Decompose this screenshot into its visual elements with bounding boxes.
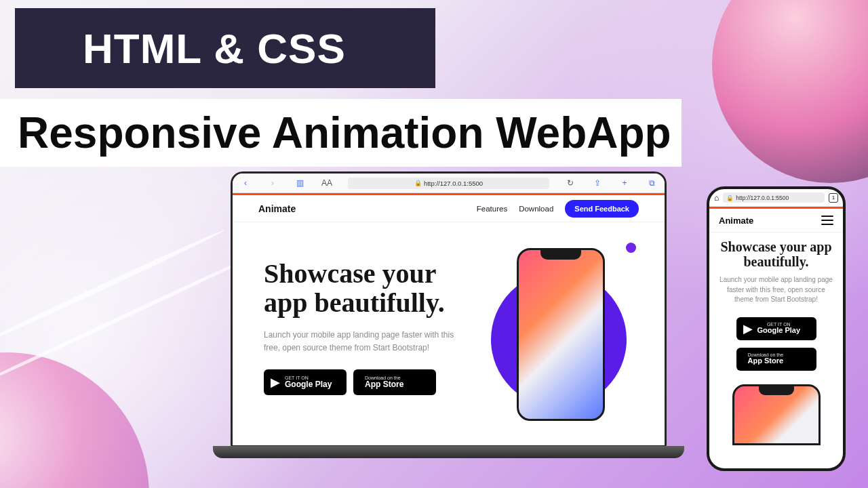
- address-bar[interactable]: 🔒 http://127.0.0.1:5500: [348, 178, 549, 189]
- store-small: GET IT ON: [757, 322, 801, 327]
- mobile-address-bar[interactable]: 🔒 http://127.0.0.1:5500: [723, 192, 825, 203]
- store-name: Google Play: [285, 380, 332, 389]
- mobile-subtext: Launch your mobile app landing page fast…: [719, 275, 833, 305]
- laptop-screen: ‹ › ▥ AA 🔒 http://127.0.0.1:5500 ↻ ⇪ + ⧉…: [231, 171, 667, 447]
- store-small: GET IT ON: [285, 375, 332, 380]
- share-icon[interactable]: ⇪: [591, 178, 604, 188]
- lock-icon: 🔒: [726, 195, 734, 201]
- store-buttons: ▶ GET IT ONGoogle Play Download on theAp…: [264, 369, 464, 395]
- reload-icon[interactable]: ↻: [564, 178, 576, 188]
- reader-icon[interactable]: AA: [321, 178, 333, 188]
- phone-notch: [540, 250, 581, 260]
- poster: HTML & CSS Responsive Animation WebApp ‹…: [0, 0, 868, 488]
- store-small: Download on the: [748, 352, 784, 357]
- laptop-mockup: ‹ › ▥ AA 🔒 http://127.0.0.1:5500 ↻ ⇪ + ⧉…: [231, 171, 667, 463]
- store-name: App Store: [748, 357, 784, 365]
- mobile-url: http://127.0.0.1:5500: [736, 195, 789, 201]
- store-name: Google Play: [757, 327, 801, 335]
- url-text: http://127.0.0.1:5500: [424, 180, 483, 187]
- mobile-browser-bar: ⌂ 🔒 http://127.0.0.1:5500 1: [709, 189, 843, 207]
- title-banner: HTML & CSS: [15, 8, 435, 88]
- send-feedback-button[interactable]: Send Feedback: [565, 200, 639, 218]
- mobile-mockup: ⌂ 🔒 http://127.0.0.1:5500 1 Animate Show…: [707, 186, 846, 471]
- title-text: HTML & CSS: [83, 24, 346, 73]
- sidebar-icon[interactable]: ▥: [294, 178, 306, 188]
- app-store-button[interactable]: Download on theApp Store: [353, 369, 436, 395]
- brand-logo[interactable]: Animate: [719, 216, 753, 226]
- tabs-icon[interactable]: ⧉: [646, 178, 658, 188]
- back-icon[interactable]: ‹: [239, 178, 252, 188]
- site-navbar: Animate Features Download Send Feedback: [233, 193, 665, 222]
- brand-logo[interactable]: Animate: [258, 203, 296, 214]
- accent-dot: [626, 243, 636, 253]
- mobile-navbar: Animate: [709, 207, 843, 232]
- hero-section: Showcase your app beautifully. Launch yo…: [233, 222, 665, 445]
- google-play-button[interactable]: ▶ GET IT ONGoogle Play: [264, 369, 347, 395]
- hero-subtext: Launch your mobile app landing page fast…: [264, 329, 460, 354]
- play-icon: ▶: [743, 321, 753, 336]
- mobile-headline: Showcase your app beautifully.: [719, 239, 833, 269]
- hero-copy: Showcase your app beautifully. Launch yo…: [264, 248, 464, 445]
- nav-features[interactable]: Features: [477, 205, 507, 213]
- mobile-hero: Showcase your app beautifully. Launch yo…: [709, 232, 843, 468]
- phone-mockup: [517, 248, 605, 421]
- google-play-button[interactable]: ▶ GET IT ONGoogle Play: [736, 317, 816, 340]
- lock-icon: 🔒: [414, 180, 422, 186]
- app-store-button[interactable]: Download on theApp Store: [736, 348, 816, 371]
- mobile-store-buttons: ▶ GET IT ONGoogle Play Download on theAp…: [719, 317, 833, 371]
- phone-notch: [759, 386, 794, 395]
- play-icon: ▶: [271, 375, 280, 390]
- browser-toolbar: ‹ › ▥ AA 🔒 http://127.0.0.1:5500 ↻ ⇪ + ⧉: [233, 174, 665, 193]
- hero-visual: [464, 248, 633, 445]
- store-small: Download on the: [365, 375, 403, 380]
- new-tab-icon[interactable]: +: [618, 178, 631, 188]
- subtitle-banner: Responsive Animation WebApp: [0, 99, 682, 167]
- forward-icon[interactable]: ›: [267, 178, 279, 188]
- laptop-base: [213, 446, 684, 458]
- hero-headline: Showcase your app beautifully.: [264, 259, 464, 317]
- tabs-count[interactable]: 1: [829, 193, 838, 203]
- nav-menu: Features Download Send Feedback: [477, 200, 639, 218]
- hamburger-icon[interactable]: [821, 216, 833, 225]
- store-name: App Store: [365, 380, 403, 389]
- nav-download[interactable]: Download: [519, 205, 553, 213]
- home-icon[interactable]: ⌂: [714, 193, 719, 203]
- subtitle-text: Responsive Animation WebApp: [18, 108, 671, 158]
- mobile-phone-mockup: [732, 384, 821, 445]
